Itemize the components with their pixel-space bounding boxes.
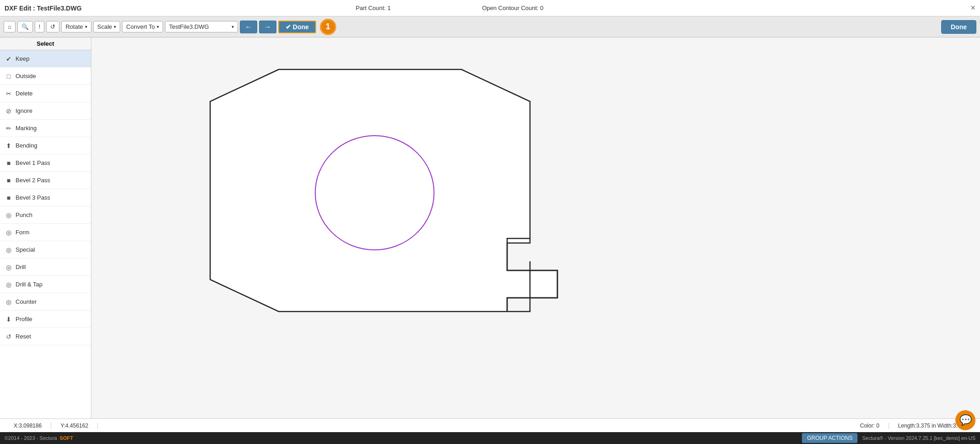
done-button-inline[interactable]: ✔ Done [278, 21, 316, 33]
part-count: Part Count: 1 [356, 5, 391, 11]
search-button[interactable]: 🔍 [17, 21, 33, 32]
bevel1-icon: ■ [5, 159, 13, 167]
sidebar-item-form[interactable]: ◎ Form [0, 224, 91, 241]
sidebar-label-ignore: Ignore [16, 107, 32, 114]
canvas-area[interactable] [91, 37, 980, 418]
sidebar-label-bevel2: Bevel 2 Pass [16, 177, 50, 184]
badge-circle: 1 [320, 19, 336, 35]
keep-icon: ✔ [5, 55, 13, 63]
sidebar-item-bevel2[interactable]: ■ Bevel 2 Pass [0, 172, 91, 189]
footer: ©2014 - 2023 - Sectura SOFT GROUP ACTION… [0, 432, 980, 444]
y-coord: Y:4.456162 [51, 423, 98, 429]
group-actions-button[interactable]: GROUP ACTIONS [802, 433, 858, 443]
sidebar-item-delete[interactable]: ✂ Delete [0, 85, 91, 102]
sidebar-label-form: Form [16, 229, 29, 236]
bevel3-icon: ■ [5, 194, 13, 201]
sidebar-label-delete: Delete [16, 90, 33, 97]
bevel2-icon: ■ [5, 177, 13, 184]
sidebar-header: Select [0, 37, 91, 50]
sidebar-label-reset: Reset [16, 333, 31, 340]
done-button-right[interactable]: Done [941, 20, 976, 34]
chat-bubble[interactable]: 💬 [955, 410, 975, 430]
color-value: Color: 0 [851, 423, 889, 429]
reset-icon: ↺ [5, 333, 13, 340]
close-button[interactable]: × [970, 3, 975, 13]
sidebar-item-outside[interactable]: □ Outside [0, 68, 91, 85]
prev-button[interactable]: ← [240, 21, 257, 33]
sidebar-item-keep[interactable]: ✔ Keep [0, 50, 91, 68]
contour-count: Open Contour Count: 0 [482, 5, 543, 11]
rotate-dropdown[interactable]: Rotate [61, 21, 91, 32]
info-button[interactable]: ! [35, 21, 45, 32]
sidebar-label-bevel1: Bevel 1 Pass [16, 159, 50, 166]
dxf-canvas [119, 47, 850, 389]
copyright: ©2014 - 2023 - Sectura SOFT [5, 435, 73, 441]
sidebar-label-punch: Punch [16, 211, 32, 218]
sidebar-item-special[interactable]: ◎ Special [0, 241, 91, 259]
app-title: DXF Edit : TestFile3.DWG [5, 5, 82, 12]
next-button[interactable]: → [259, 21, 276, 33]
drilltap-icon: ◎ [5, 281, 13, 288]
sidebar: Select ✔ Keep □ Outside ✂ Delete ⊘ Ignor… [0, 37, 91, 418]
punch-icon: ◎ [5, 211, 13, 219]
outside-icon: □ [5, 73, 13, 80]
sidebar-label-counter: Counter [16, 298, 37, 305]
footer-right: GROUP ACTIONS Sectura® - Version 2024.7.… [802, 433, 975, 443]
main-layout: Select ✔ Keep □ Outside ✂ Delete ⊘ Ignor… [0, 37, 980, 418]
sidebar-label-bending: Bending [16, 142, 37, 149]
home-button[interactable]: ⌂ [4, 21, 16, 32]
sidebar-label-profile: Profile [16, 316, 32, 322]
sidebar-label-marking: Marking [16, 125, 37, 132]
sidebar-item-ignore[interactable]: ⊘ Ignore [0, 102, 91, 120]
sidebar-item-bevel1[interactable]: ■ Bevel 1 Pass [0, 154, 91, 172]
delete-icon: ✂ [5, 90, 13, 97]
sidebar-item-drilltap[interactable]: ◎ Drill & Tap [0, 276, 91, 293]
sidebar-label-outside: Outside [16, 73, 36, 79]
profile-icon: ⬇ [5, 316, 13, 323]
sidebar-item-bending[interactable]: ⬆ Bending [0, 137, 91, 154]
bending-icon: ⬆ [5, 142, 13, 149]
status-bar: X:3.098186 Y:4.456162 Color: 0 Length:3.… [0, 418, 980, 432]
sidebar-item-reset[interactable]: ↺ Reset [0, 328, 91, 345]
convert-to-dropdown[interactable]: Convert To [122, 21, 163, 32]
special-icon: ◎ [5, 246, 13, 254]
sidebar-item-marking[interactable]: ✏ Marking [0, 120, 91, 137]
sidebar-item-counter[interactable]: ◎ Counter [0, 293, 91, 311]
ignore-icon: ⊘ [5, 107, 13, 115]
sidebar-item-drill[interactable]: ◎ Drill [0, 259, 91, 276]
marking-icon: ✏ [5, 125, 13, 132]
sidebar-label-drilltap: Drill & Tap [16, 281, 42, 288]
sidebar-item-bevel3[interactable]: ■ Bevel 3 Pass [0, 189, 91, 206]
toolbar: ⌂ 🔍 ! ↺ Rotate Scale Convert To TestFile… [0, 16, 980, 37]
counter-icon: ◎ [5, 298, 13, 306]
sidebar-item-profile[interactable]: ⬇ Profile [0, 311, 91, 328]
main-shape [210, 69, 557, 312]
scale-dropdown[interactable]: Scale [93, 21, 121, 32]
drill-icon: ◎ [5, 264, 13, 271]
undo-button[interactable]: ↺ [46, 21, 59, 32]
x-coord: X:3.098186 [5, 423, 51, 429]
sidebar-item-punch[interactable]: ◎ Punch [0, 206, 91, 224]
title-bar: DXF Edit : TestFile3.DWG Part Count: 1 O… [0, 0, 980, 16]
file-select[interactable]: TestFile3.DWG [165, 21, 238, 32]
sidebar-label-bevel3: Bevel 3 Pass [16, 194, 50, 201]
sidebar-label-keep: Keep [16, 55, 29, 62]
version-info: Sectura® - Version 2024.7.25.1 [kec_demo… [862, 435, 975, 441]
form-icon: ◎ [5, 229, 13, 236]
sidebar-label-drill: Drill [16, 264, 26, 270]
sidebar-label-special: Special [16, 246, 35, 253]
